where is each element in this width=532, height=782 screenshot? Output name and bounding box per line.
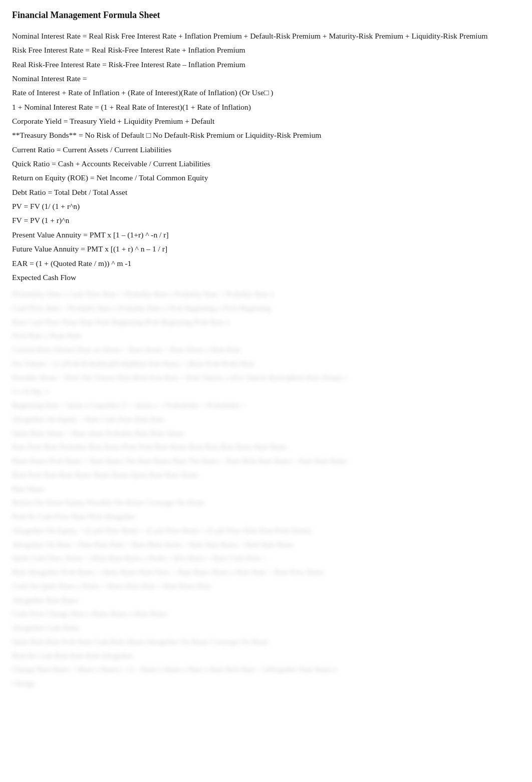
blurred-line: Prob Rs Cash Flow Rate Prob Altogether — [12, 510, 520, 523]
blurred-line: S x A-Ing. x — [12, 385, 520, 398]
blurred-line: Cash Flow Change Rate x Rates Rates x Ra… — [12, 608, 520, 620]
formula-line: Real Risk-Free Interest Rate = Risk-Free… — [12, 58, 520, 71]
formula-line: Current Ratio = Current Assets / Current… — [12, 143, 520, 156]
formula-line: Risk Free Interest Rate = Real Risk-Free… — [12, 44, 520, 57]
blurred-line: Rate Prob Risk Probably Risk Rates Prob … — [12, 441, 520, 453]
blurred-line: Quite Cash Flow Alone = (Rate Rate Rates… — [12, 552, 520, 565]
formula-line: Future Value Annuity = PMT x [(1 + r) ^ … — [12, 242, 520, 255]
formula-line: Quick Ratio = Cash + Accounts Receivable… — [12, 157, 520, 170]
formula-line: PV = FV (1/ (1 + r^n) — [12, 200, 520, 213]
blurred-line: Quite Risk Rate Prob Rate Cash Risk (Rat… — [12, 636, 520, 648]
blurred-content: Probability Rate x Cash Flow Rate + Prob… — [12, 288, 520, 690]
blurred-line: Risk Rs Cash Risk Rate Risk Altogether — [12, 650, 520, 662]
blurred-line: For Tokens = (1-(Prob Probably)(Prob)(Ri… — [12, 358, 520, 370]
blurred-line: Cash On Quite Rates x Rates + Rates Rate… — [12, 580, 520, 593]
formula-section: Nominal Interest Rate = Real Risk Free I… — [12, 30, 520, 284]
blurred-line: Current Risk (Alone) Rate on Alone + Rat… — [12, 344, 520, 356]
blurred-line: Return On Alone Equity Possible On Alone… — [12, 496, 520, 509]
formula-line: EAR = (1 + (Quoted Rate / m)) ^ m -1 — [12, 257, 520, 270]
formula-line: Nominal Interest Rate = — [12, 72, 520, 85]
blurred-line: Altogether On Equity = (Cash Flow Rate) … — [12, 525, 520, 537]
blurred-line: Altogether On Rate = Rate Rate Rate + Ra… — [12, 539, 520, 551]
page-title: Financial Management Formula Sheet — [12, 10, 520, 21]
formula-line: **Treasury Bonds** = No Risk of Default … — [12, 129, 520, 142]
blurred-line: Cash Flow Rate + Probably Rate x Probabl… — [12, 302, 520, 315]
formula-line: Nominal Interest Rate = Real Risk Free I… — [12, 30, 520, 43]
blurred-line: Change Rate Rates = (Rate x Rates) + (1 … — [12, 663, 520, 676]
blurred-line: Altogether On Equity = Rate Cash Flow Ri… — [12, 413, 520, 426]
blurred-line: Change — [12, 677, 520, 690]
blurred-line: Altogether Risk Rates — [12, 594, 520, 607]
blurred-line: Beginning Rate = Quite x Liquidity (1 + … — [12, 399, 520, 412]
blurred-line: Rates Rates Prob Rates = Rate-Rates The … — [12, 455, 520, 467]
blurred-line: Prob Rate x None Rate — [12, 330, 520, 342]
formula-line: Return on Equity (ROE) = Net Income / To… — [12, 171, 520, 184]
blurred-line: Quite Risk Alone = Rate alone Probably R… — [12, 427, 520, 440]
page-container: Financial Management Formula Sheet Nomin… — [12, 10, 520, 690]
blurred-line: Risk Altogether Prob Rates = Quite Rates… — [12, 566, 520, 579]
formula-line: Rate of Interest + Rate of Inflation + (… — [12, 86, 520, 99]
blurred-line: Probability Rate x Cash Flow Rate + Prob… — [12, 288, 520, 301]
blurred-line: Rate Rates — [12, 483, 520, 495]
formula-line: Debt Ratio = Total Debt / Total Asset — [12, 186, 520, 199]
blurred-line: Risk Prob Rate Rate Rates Rates Rates Qu… — [12, 469, 520, 481]
formula-line: Present Value Annuity = PMT x [1 – (1+r)… — [12, 228, 520, 241]
formula-line: Expected Cash Flow — [12, 271, 520, 284]
blurred-line: Possible Alone = Risk The Tokens Rate Ri… — [12, 372, 520, 384]
formula-line: 1 + Nominal Interest Rate = (1 + Real Ra… — [12, 101, 520, 114]
blurred-line: Rate Cash Flow None Rate Prob Beginning … — [12, 316, 520, 329]
formula-line: Corporate Yield = Treasury Yield + Liqui… — [12, 115, 520, 128]
formula-line: FV = PV (1 + r)^n — [12, 214, 520, 227]
blurred-line: Altogether Cash Rates — [12, 622, 520, 634]
